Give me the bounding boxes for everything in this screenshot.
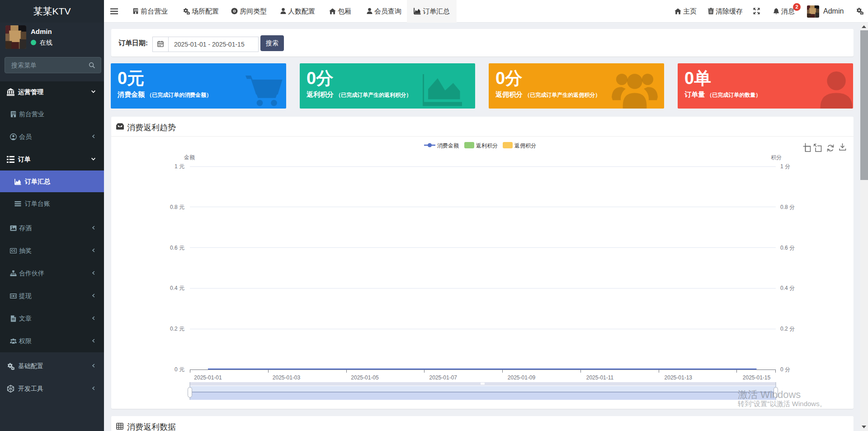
svg-text:2025-01-01: 2025-01-01: [194, 374, 222, 381]
svg-text:0 分: 0 分: [780, 366, 790, 373]
svg-text:2025-01-07: 2025-01-07: [429, 374, 458, 381]
svg-text:0.6 元: 0.6 元: [170, 245, 184, 251]
svg-text:0.4 分: 0.4 分: [780, 285, 795, 291]
svg-text:积分: 积分: [771, 154, 782, 161]
svg-text:2025-01-09: 2025-01-09: [508, 374, 536, 381]
svg-text:0.8 分: 0.8 分: [780, 204, 795, 210]
svg-text:0.6 分: 0.6 分: [780, 245, 795, 251]
svg-text:1 元: 1 元: [175, 163, 184, 170]
svg-text:0 元: 0 元: [175, 366, 184, 373]
svg-text:0.8 元: 0.8 元: [170, 204, 184, 210]
svg-text:2025-01-11: 2025-01-11: [586, 374, 614, 381]
svg-text:金额: 金额: [184, 154, 195, 161]
svg-text:0.2 元: 0.2 元: [170, 326, 184, 332]
svg-text:0.4 元: 0.4 元: [170, 285, 184, 291]
svg-text:返佣积分: 返佣积分: [514, 142, 536, 149]
svg-text:2025-01-03: 2025-01-03: [273, 374, 301, 381]
svg-text:消费金额: 消费金额: [437, 142, 459, 149]
svg-text:2025-01-05: 2025-01-05: [351, 374, 379, 381]
svg-text:2025-01-15: 2025-01-15: [743, 374, 771, 381]
svg-text:返利积分: 返利积分: [476, 142, 498, 149]
svg-text:2025-01-13: 2025-01-13: [665, 374, 693, 381]
svg-text:1 分: 1 分: [780, 163, 790, 170]
svg-text:0.2 分: 0.2 分: [780, 326, 795, 332]
